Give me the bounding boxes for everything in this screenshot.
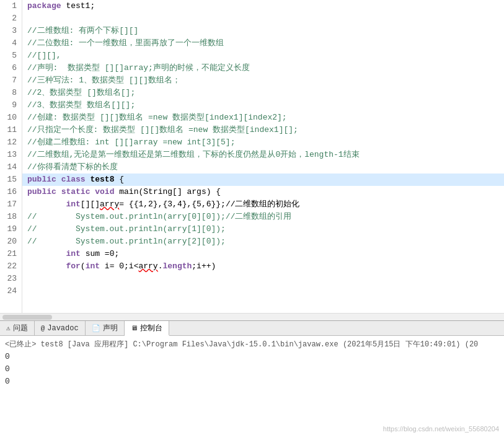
line-number-10: 10: [5, 112, 17, 124]
line-number-18: 18: [5, 211, 17, 223]
editor-area: 123456789101112131415161718192021222324 …: [0, 0, 504, 320]
code-line-2: [22, 12, 504, 25]
code-line-6: //声明: 数据类型 [][]array;声明的时候，不能定义长度: [22, 62, 504, 74]
line-number-7: 7: [5, 74, 17, 87]
tab-label-声明: 声明: [103, 323, 118, 333]
console-output-line-0: 0: [5, 351, 499, 363]
code-line-11: //只指定一个长度: 数据类型 [][]数组名 =new 数据类型[index1…: [22, 124, 504, 136]
code-line-24: [22, 285, 504, 297]
code-content[interactable]: package test1; //二维数组: 有两个下标[][]//二位数组: …: [22, 0, 504, 313]
line-number-13: 13: [5, 149, 17, 161]
code-line-12: //创建二维数组: int [][]array =new int[3][5];: [22, 136, 504, 149]
line-number-15: 15: [5, 174, 17, 186]
panel-tabs: ⚠问题@Javadoc📄声明🖥控制台: [0, 321, 504, 336]
panel-tab-声明[interactable]: 📄声明: [86, 321, 125, 335]
tab-icon-控制台: 🖥: [131, 324, 138, 332]
code-container: 123456789101112131415161718192021222324 …: [0, 0, 504, 313]
line-number-2: 2: [5, 12, 17, 25]
line-number-5: 5: [5, 50, 17, 62]
console-status-line: <已终止> test8 [Java 应用程序] C:\Program Files…: [5, 338, 499, 351]
code-line-7: //三种写法: 1、数据类型 [][]数组名；: [22, 74, 504, 87]
code-line-9: //3、数据类型 数组名[][];: [22, 99, 504, 112]
code-line-13: //二维数组,无论是第一维数组还是第二维数组，下标的长度仍然是从0开始，leng…: [22, 149, 504, 161]
line-number-1: 1: [5, 0, 17, 12]
code-line-10: //创建: 数据类型 [][]数组名 =new 数据类型[index1][ind…: [22, 112, 504, 124]
line-number-20: 20: [5, 235, 17, 248]
tab-icon-声明: 📄: [92, 324, 100, 332]
tab-label-问题: 问题: [13, 323, 28, 333]
line-number-19: 19: [5, 223, 17, 235]
code-line-16: public static void main(String[] args) {: [22, 186, 504, 198]
code-line-18: // System.out.println(arry[0][0]);//二维数组…: [22, 211, 504, 223]
line-number-17: 17: [5, 198, 17, 211]
line-number-6: 6: [5, 62, 17, 74]
panel-tab-控制台[interactable]: 🖥控制台: [125, 321, 169, 336]
horizontal-scrollbar[interactable]: [0, 313, 504, 320]
code-line-22: for(int i= 0;i<arry.length;i++): [22, 260, 504, 273]
line-number-3: 3: [5, 25, 17, 37]
tab-label-Javadoc: Javadoc: [47, 324, 78, 333]
line-number-8: 8: [5, 87, 17, 99]
line-number-4: 4: [5, 37, 17, 50]
code-line-15: public class test8 {: [22, 174, 504, 186]
line-numbers: 123456789101112131415161718192021222324: [0, 0, 22, 313]
code-line-8: //2、数据类型 []数组名[];: [22, 87, 504, 99]
tab-icon-Javadoc: @: [41, 325, 45, 332]
panel-content: <已终止> test8 [Java 应用程序] C:\Program Files…: [0, 336, 504, 435]
line-number-12: 12: [5, 136, 17, 149]
line-number-23: 23: [5, 273, 17, 285]
panel-tab-问题[interactable]: ⚠问题: [0, 321, 35, 335]
line-number-21: 21: [5, 248, 17, 260]
code-line-1: package test1;: [22, 0, 504, 12]
code-line-21: int sum =0;: [22, 248, 504, 260]
code-line-4: //二位数组: 一个一维数组，里面再放了一个一维数组: [22, 37, 504, 50]
code-line-23: [22, 273, 504, 285]
line-number-9: 9: [5, 99, 17, 112]
tab-label-控制台: 控制台: [140, 323, 162, 333]
line-number-24: 24: [5, 285, 17, 297]
code-line-20: // System.out.println(arry[2][0]);: [22, 235, 504, 248]
line-number-16: 16: [5, 186, 17, 198]
line-number-22: 22: [5, 260, 17, 273]
code-line-3: //二维数组: 有两个下标[][]: [22, 25, 504, 37]
code-line-14: //你得看清楚下标的长度: [22, 161, 504, 174]
line-number-14: 14: [5, 161, 17, 174]
scrollbar-thumb[interactable]: [2, 315, 52, 320]
code-line-19: // System.out.println(arry[1][0]);: [22, 223, 504, 235]
console-output-line-2: 0: [5, 376, 499, 388]
line-number-11: 11: [5, 124, 17, 136]
code-line-17: int[][]arry= {{1,2},{3,4},{5,6}};//二维数组的…: [22, 198, 504, 211]
tab-icon-问题: ⚠: [6, 324, 11, 332]
watermark: https://blog.csdn.net/weixin_55680204: [383, 425, 499, 433]
console-output-line-1: 0: [5, 363, 499, 376]
bottom-panel: ⚠问题@Javadoc📄声明🖥控制台 <已终止> test8 [Java 应用程…: [0, 320, 504, 435]
code-line-5: //[][],: [22, 50, 504, 62]
panel-tab-Javadoc[interactable]: @Javadoc: [35, 321, 86, 335]
